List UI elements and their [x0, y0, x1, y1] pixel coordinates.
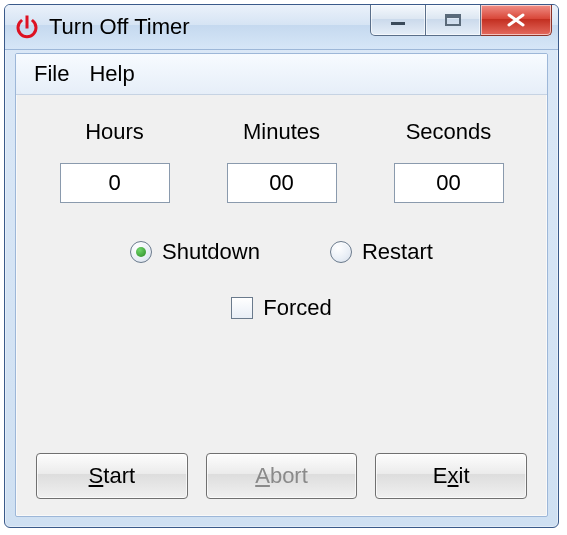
menubar: File Help: [16, 54, 547, 95]
minutes-label: Minutes: [203, 119, 360, 145]
start-mnemonic: S: [89, 463, 104, 488]
exit-mnemonic: x: [448, 463, 459, 488]
abort-mnemonic: A: [255, 463, 270, 488]
titlebar: Turn Off Timer: [5, 5, 558, 50]
maximize-button[interactable]: [426, 5, 481, 36]
start-label-rest: tart: [103, 463, 135, 488]
form-body: Hours Minutes Seconds Shutdown: [16, 95, 547, 517]
window-controls: [370, 5, 552, 36]
seconds-column: Seconds: [370, 119, 527, 203]
hours-column: Hours: [36, 119, 193, 203]
app-window: Turn Off Timer File H: [4, 4, 559, 528]
exit-button[interactable]: Exit: [375, 453, 527, 499]
action-radio-group: Shutdown Restart: [36, 239, 527, 265]
minimize-button[interactable]: [370, 5, 426, 36]
svg-rect-0: [391, 22, 405, 25]
seconds-label: Seconds: [370, 119, 527, 145]
client-area: File Help Hours Minutes Seconds: [15, 53, 548, 517]
menu-file[interactable]: File: [24, 57, 79, 91]
forced-checkbox-label: Forced: [263, 295, 331, 321]
minutes-column: Minutes: [203, 119, 360, 203]
forced-checkbox[interactable]: Forced: [231, 295, 331, 321]
radio-checked-icon: [130, 241, 152, 263]
power-icon: [13, 13, 41, 41]
exit-label-pre: E: [433, 463, 448, 488]
abort-button[interactable]: Abort: [206, 453, 358, 499]
svg-rect-2: [446, 15, 460, 18]
radio-unchecked-icon: [330, 241, 352, 263]
close-button[interactable]: [481, 5, 552, 36]
close-icon: [505, 12, 527, 28]
abort-label-rest: bort: [270, 463, 308, 488]
restart-radio-label: Restart: [362, 239, 433, 265]
maximize-icon: [444, 13, 462, 27]
hours-input[interactable]: [60, 163, 170, 203]
shutdown-radio-label: Shutdown: [162, 239, 260, 265]
checkbox-unchecked-icon: [231, 297, 253, 319]
restart-radio[interactable]: Restart: [330, 239, 433, 265]
minimize-icon: [389, 13, 407, 27]
forced-row: Forced: [36, 295, 527, 321]
minutes-input[interactable]: [227, 163, 337, 203]
exit-label-post: it: [459, 463, 470, 488]
window-title: Turn Off Timer: [49, 14, 190, 40]
shutdown-radio[interactable]: Shutdown: [130, 239, 260, 265]
button-row: Start Abort Exit: [36, 453, 527, 499]
seconds-input[interactable]: [394, 163, 504, 203]
time-row: Hours Minutes Seconds: [36, 119, 527, 203]
menu-help[interactable]: Help: [79, 57, 144, 91]
start-button[interactable]: Start: [36, 453, 188, 499]
hours-label: Hours: [36, 119, 193, 145]
